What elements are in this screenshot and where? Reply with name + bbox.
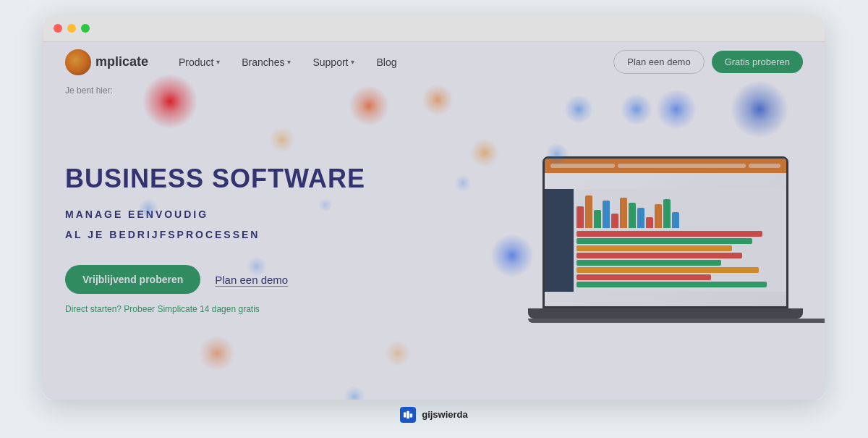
- screen-content: [545, 159, 786, 306]
- chevron-down-icon: ▾: [351, 58, 354, 66]
- hero-buttons: Vrijblijvend proberen Plan een demo: [65, 265, 365, 294]
- browser-window: mplicate Product ▾ Branches ▾ Support ▾: [43, 16, 825, 400]
- laptop-mockup: [528, 156, 803, 323]
- dashboard-main: [574, 189, 786, 292]
- nav-item-blog[interactable]: Blog: [367, 52, 405, 72]
- nav-item-product[interactable]: Product ▾: [170, 52, 229, 72]
- brand-name: gijswierda: [422, 409, 468, 420]
- nav-cta: Plan een demo Gratis proberen: [613, 50, 803, 74]
- try-free-button[interactable]: Vrijblijvend proberen: [65, 265, 200, 294]
- nav-links: Product ▾ Branches ▾ Support ▾ Blog: [170, 52, 613, 72]
- nav-item-support[interactable]: Support ▾: [304, 52, 363, 72]
- header-bar-3: [749, 164, 780, 168]
- header-bar-1: [550, 164, 615, 168]
- laptop-base: [528, 308, 803, 319]
- nav-item-branches[interactable]: Branches ▾: [233, 52, 299, 72]
- svg-rect-1: [407, 410, 409, 418]
- logo-area[interactable]: mplicate: [65, 49, 148, 75]
- hero-section: BUSINESS SOFTWARE MANAGE EENVOUDIG AL JE…: [43, 98, 825, 374]
- website: mplicate Product ▾ Branches ▾ Support ▾: [43, 42, 825, 400]
- hero-title: BUSINESS SOFTWARE: [65, 164, 365, 193]
- header-bar-2: [618, 164, 746, 168]
- try-button[interactable]: Gratis proberen: [712, 51, 803, 73]
- navbar: mplicate Product ▾ Branches ▾ Support ▾: [43, 42, 825, 83]
- dashboard-sidebar: [545, 189, 574, 292]
- maximize-button[interactable]: [81, 24, 90, 33]
- logo-text: mplicate: [95, 54, 148, 70]
- minimize-button[interactable]: [67, 24, 76, 33]
- hero-subtitle: MANAGE EENVOUDIG AL JE BEDRIJFSPROCESSEN: [65, 204, 365, 245]
- brand-logo-icon: [403, 410, 413, 420]
- chart-area: [576, 192, 783, 228]
- laptop-screen: [542, 156, 788, 308]
- browser-chrome: [43, 16, 825, 42]
- browser-content: mplicate Product ▾ Branches ▾ Support ▾: [43, 42, 825, 400]
- close-button[interactable]: [54, 24, 62, 33]
- chevron-down-icon: ▾: [216, 58, 220, 66]
- svg-rect-2: [410, 413, 413, 417]
- plan-demo-button[interactable]: Plan een demo: [215, 274, 288, 286]
- free-trial-link[interactable]: gratis: [238, 304, 259, 314]
- demo-button[interactable]: Plan een demo: [613, 50, 704, 74]
- breadcrumb: Je bent hier:: [43, 83, 825, 98]
- footer-brand: gijswierda: [400, 407, 468, 423]
- chevron-down-icon: ▾: [287, 58, 291, 66]
- table-rows: [576, 231, 783, 287]
- dashboard-header: [545, 159, 786, 173]
- svg-rect-0: [404, 412, 407, 417]
- dashboard-body: [545, 189, 786, 292]
- laptop-foot: [528, 319, 825, 323]
- hero-left: BUSINESS SOFTWARE MANAGE EENVOUDIG AL JE…: [65, 164, 365, 315]
- brand-icon: [400, 407, 416, 423]
- cta-subtext: Direct starten? Probeer Simplicate 14 da…: [65, 304, 365, 314]
- logo-image: [65, 49, 91, 75]
